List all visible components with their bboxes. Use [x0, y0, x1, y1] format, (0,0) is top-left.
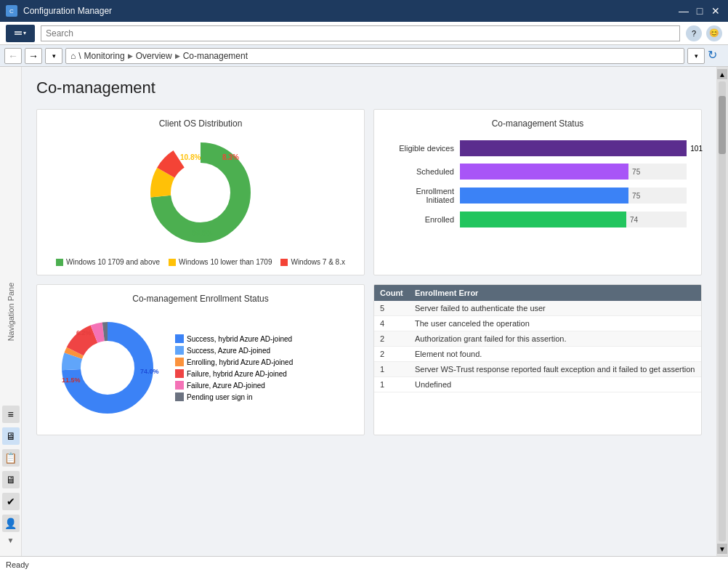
bar-label-enrolled: Enrolled [389, 215, 454, 224]
legend-label-pending: Pending user sign in [187, 393, 253, 401]
app-icon: C [6, 5, 17, 17]
nav-bottom-arrow[interactable]: ▼ [2, 536, 20, 544]
legend-label-enrolling-hybrid: Enrolling, hybrid Azure AD-joined [187, 358, 293, 366]
svg-text:74.0%: 74.0% [140, 368, 159, 375]
bottom-charts-row: Co-management Enrollment Status [36, 284, 702, 435]
main-layout: Navigation Pane ≡ 🖥 📋 🖥 ✔ 👤 ▼ Co-managem… [0, 67, 728, 556]
svg-point-17 [82, 342, 133, 393]
nav-dropdown-button[interactable]: ▾ [45, 48, 62, 64]
scroll-thumb[interactable] [719, 96, 726, 154]
error-count-3: 2 [380, 350, 409, 358]
error-table-header: Count Enrollment Error [374, 285, 701, 301]
minimize-button[interactable]: — [677, 4, 690, 17]
error-row-4[interactable]: 1 Server WS-Trust response reported faul… [374, 362, 701, 377]
error-count-5: 1 [380, 380, 409, 389]
client-os-chart-container: 8.3% 10.8% 80.8% Windows 10 1709 and abo… [46, 134, 355, 266]
legend-pending: Pending user sign in [175, 392, 293, 401]
legend-label-failure-hybrid: Failure, hybrid Azure AD-joined [187, 370, 287, 378]
nav-icons-group: ≡ 🖥 📋 🖥 ✔ 👤 ▼ [0, 403, 22, 550]
bar-fill-enrollment-initiated [460, 188, 628, 204]
legend-success-azure: Success, Azure AD-joined [175, 346, 293, 355]
error-count-4: 1 [380, 365, 409, 374]
page-title: Co-management [36, 78, 702, 97]
enrollment-legend: Success, hybrid Azure AD-joined Success,… [175, 334, 293, 401]
error-row-3[interactable]: 2 Element not found. [374, 347, 701, 362]
help-icon[interactable]: ? [686, 25, 702, 41]
back-button[interactable]: ← [4, 48, 22, 64]
nav-icon-monitor[interactable]: 🖥 [2, 427, 20, 445]
client-os-legend: Windows 10 1709 and above Windows 10 low… [56, 258, 345, 266]
maximize-button[interactable]: □ [693, 4, 706, 17]
title-bar: C Configuration Manager — □ ✕ [0, 0, 728, 22]
bar-label-scheduled: Scheduled [389, 167, 454, 176]
legend-color-win10-below [169, 259, 176, 266]
breadcrumb-monitoring[interactable]: Monitoring [84, 51, 125, 61]
legend-color-success-hybrid [175, 334, 184, 343]
content-area: Co-management Client OS Distribution [22, 67, 716, 556]
error-msg-0: Server failed to authenticate the user [415, 304, 695, 313]
bar-track-enrollment-initiated: 75 [460, 188, 687, 204]
legend-win10-below: Windows 10 lower than 1709 [169, 258, 272, 266]
error-msg-1: The user canceled the operation [415, 319, 695, 328]
client-os-donut: 8.3% 10.8% 80.8% [142, 134, 259, 251]
legend-color-failure-hybrid [175, 369, 184, 378]
nav-icon-device[interactable]: 🖥 [2, 471, 20, 488]
svg-point-7 [173, 165, 228, 220]
forward-button[interactable]: → [25, 48, 42, 64]
error-header-msg: Enrollment Error [415, 289, 695, 297]
breadcrumb-comanagement[interactable]: Co-management [183, 51, 248, 61]
scroll-track [719, 81, 726, 541]
legend-failure-azure: Failure, Azure AD-joined [175, 381, 293, 390]
svg-text:11.5%: 11.5% [62, 376, 81, 384]
bar-fill-enrolled [460, 212, 626, 227]
search-icons: ? 😊 [686, 25, 722, 41]
right-scrollbar: ▲ ▼ [716, 67, 728, 556]
error-msg-2: Authorization grant failed for this asse… [415, 334, 695, 343]
svg-text:80.8%: 80.8% [192, 230, 212, 238]
legend-label-win10-above: Windows 10 1709 and above [66, 258, 160, 266]
bar-value-eligible: 101 [690, 145, 703, 153]
legend-color-win7 [280, 259, 288, 266]
comanagement-status-title: Co-management Status [383, 118, 692, 129]
legend-color-pending [175, 392, 184, 401]
search-input[interactable] [41, 25, 680, 41]
breadcrumb-arrow2: ▶ [175, 52, 180, 60]
scroll-up-button[interactable]: ▲ [717, 69, 727, 79]
error-row-0[interactable]: 5 Server failed to authenticate the user [374, 301, 701, 316]
nav-icon-docs[interactable]: 📋 [2, 449, 20, 467]
bar-value-enrolled: 74 [630, 216, 638, 224]
menu-button[interactable]: ▾ [6, 25, 35, 42]
legend-color-failure-azure [175, 381, 184, 390]
nav-bar: ← → ▾ ⌂ \ Client OS Distribution Monitor… [0, 45, 728, 67]
bar-row-scheduled: Scheduled 75 [389, 164, 687, 180]
nav-icon-user[interactable]: 👤 [2, 515, 20, 532]
enrollment-status-title: Co-management Enrollment Status [46, 294, 355, 304]
error-row-1[interactable]: 4 The user canceled the operation [374, 316, 701, 331]
refresh-button[interactable]: ↻ [708, 48, 724, 64]
client-os-card: Client OS Distribution 8.3% [36, 109, 365, 275]
home-icon: ⌂ [70, 51, 76, 61]
error-row-2[interactable]: 2 Authorization grant failed for this as… [374, 331, 701, 347]
scroll-down-button[interactable]: ▼ [717, 544, 727, 554]
bar-fill-eligible [460, 140, 687, 156]
search-bar: ▾ ? 😊 [0, 22, 728, 45]
svg-text:6.2%: 6.2% [76, 329, 92, 337]
client-os-title: Client OS Distribution [46, 118, 355, 129]
bar-row-eligible: Eligible devices 101 [389, 140, 687, 156]
user-icon[interactable]: 😊 [706, 25, 722, 41]
error-msg-4: Server WS-Trust response reported fault … [415, 365, 695, 374]
legend-enrolling-hybrid: Enrolling, hybrid Azure AD-joined [175, 358, 293, 366]
nav-pane-label: Navigation Pane [7, 282, 15, 341]
legend-label-failure-azure: Failure, Azure AD-joined [187, 382, 265, 390]
error-msg-5: Undefined [415, 380, 695, 389]
app-title: Configuration Manager [23, 6, 671, 16]
breadcrumb-dropdown-button[interactable]: ▾ [687, 48, 705, 64]
breadcrumb: ⌂ \ Client OS Distribution Monitoring ▶ … [65, 48, 684, 64]
nav-icon-check[interactable]: ✔ [2, 493, 20, 510]
close-button[interactable]: ✕ [709, 4, 722, 17]
legend-color-enrolling-hybrid [175, 358, 184, 366]
error-header-count: Count [380, 289, 409, 297]
nav-icon-list[interactable]: ≡ [2, 406, 20, 423]
error-row-5[interactable]: 1 Undefined [374, 377, 701, 392]
breadcrumb-overview[interactable]: Overview [136, 51, 172, 61]
